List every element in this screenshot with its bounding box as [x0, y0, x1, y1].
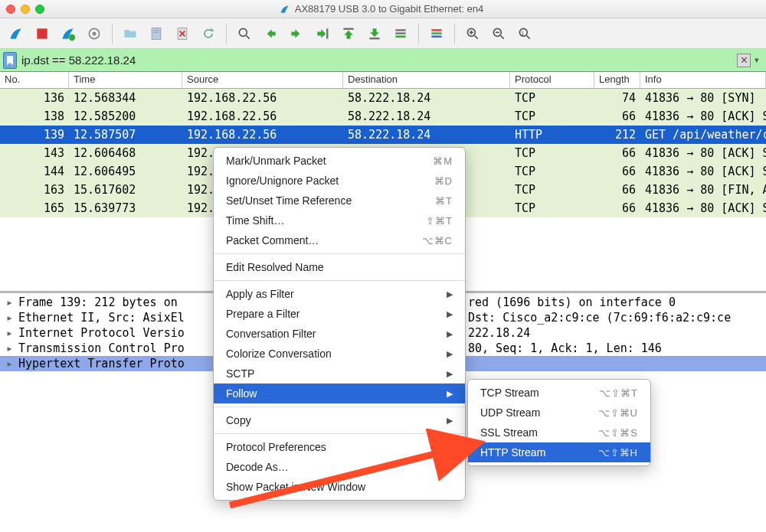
window-title: AX88179 USB 3.0 to Gigabit Ethernet: en4	[44, 3, 719, 15]
menu-item[interactable]: Decode As…	[214, 457, 465, 477]
start-capture-button[interactable]	[5, 22, 28, 45]
save-file-button[interactable]	[145, 22, 168, 45]
svg-point-1	[69, 34, 75, 40]
go-first-button[interactable]	[337, 22, 360, 45]
packet-list-header: No. Time Source Destination Protocol Len…	[0, 72, 766, 89]
packet-row[interactable]: 13912.587507192.168.22.5658.222.18.24HTT…	[0, 126, 766, 144]
svg-line-20	[475, 35, 478, 38]
menu-item[interactable]: Mark/Unmark Packet⌘M	[214, 151, 465, 171]
svg-line-9	[247, 35, 250, 38]
go-last-button[interactable]	[363, 22, 386, 45]
menu-item[interactable]: SCTP▶	[214, 364, 465, 383]
open-file-button[interactable]	[119, 22, 142, 45]
reload-button[interactable]	[197, 22, 220, 45]
col-info[interactable]: Info	[640, 72, 766, 88]
svg-rect-13	[395, 29, 405, 31]
svg-text:1: 1	[521, 29, 524, 36]
expand-icon[interactable]: ▸	[6, 357, 14, 370]
context-menu: Mark/Unmark Packet⌘MIgnore/Unignore Pack…	[213, 147, 466, 501]
wireshark-icon	[280, 4, 290, 15]
close-file-button[interactable]	[171, 22, 194, 45]
main-toolbar: 1	[0, 18, 766, 49]
restart-capture-button[interactable]	[57, 22, 80, 45]
zoom-window-button[interactable]	[35, 5, 44, 14]
menu-item[interactable]: Copy▶	[214, 410, 465, 430]
menu-item[interactable]: Protocol Preferences▶	[214, 437, 465, 457]
svg-rect-12	[369, 38, 379, 40]
zoom-reset-button[interactable]: 1	[513, 22, 536, 45]
svg-rect-15	[395, 35, 405, 38]
zoom-in-button[interactable]	[461, 22, 484, 45]
menu-item[interactable]: Show Packet in New Window	[214, 477, 465, 497]
svg-rect-0	[37, 28, 47, 38]
menu-item[interactable]: Ignore/Unignore Packet⌘D	[214, 171, 465, 191]
find-packet-button[interactable]	[233, 22, 256, 45]
go-forward-button[interactable]	[285, 22, 308, 45]
col-destination[interactable]: Destination	[343, 72, 510, 88]
col-protocol[interactable]: Protocol	[510, 72, 594, 88]
packet-row[interactable]: 13612.568344192.168.22.5658.222.18.24TCP…	[0, 89, 766, 107]
col-length[interactable]: Length	[594, 72, 640, 88]
svg-point-3	[93, 31, 97, 35]
col-source[interactable]: Source	[182, 72, 343, 88]
svg-rect-14	[395, 32, 405, 34]
menu-item[interactable]: Conversation Filter▶	[214, 324, 465, 344]
stop-capture-button[interactable]	[31, 22, 54, 45]
filter-dropdown-icon[interactable]: ▾	[751, 55, 763, 65]
submenu-item[interactable]: HTTP Stream⌥⇧⌘H	[468, 442, 650, 462]
svg-line-27	[527, 35, 530, 38]
col-time[interactable]: Time	[69, 72, 182, 88]
menu-item[interactable]: Edit Resolved Name	[214, 257, 465, 277]
svg-point-8	[239, 28, 247, 36]
display-filter-bar: ✕ ▾	[0, 49, 766, 72]
minimize-window-button[interactable]	[21, 5, 30, 14]
window-controls	[6, 5, 44, 14]
submenu-item[interactable]: TCP Stream⌥⇧⌘T	[468, 383, 650, 403]
expand-icon[interactable]: ▸	[6, 341, 14, 355]
menu-item[interactable]: Packet Comment…⌥⌘C	[214, 230, 465, 250]
svg-rect-16	[431, 29, 441, 31]
close-window-button[interactable]	[6, 5, 15, 14]
svg-rect-11	[343, 28, 353, 30]
auto-scroll-button[interactable]	[389, 22, 412, 45]
colorize-button[interactable]	[425, 22, 448, 45]
zoom-out-button[interactable]	[487, 22, 510, 45]
svg-rect-4	[152, 28, 161, 39]
menu-item[interactable]: Set/Unset Time Reference⌘T	[214, 191, 465, 211]
svg-rect-18	[431, 35, 441, 38]
expand-icon[interactable]: ▸	[6, 326, 14, 340]
clear-filter-button[interactable]: ✕	[737, 54, 751, 67]
menu-item[interactable]: Apply as Filter▶	[214, 284, 465, 304]
bookmark-icon[interactable]	[3, 52, 17, 69]
expand-icon[interactable]: ▸	[6, 311, 14, 325]
svg-rect-10	[326, 28, 329, 38]
go-back-button[interactable]	[259, 22, 282, 45]
svg-line-24	[501, 35, 504, 38]
expand-icon[interactable]: ▸	[6, 295, 14, 309]
menu-item[interactable]: Prepare a Filter▶	[214, 304, 465, 324]
follow-submenu: TCP Stream⌥⇧⌘TUDP Stream⌥⇧⌘USSL Stream⌥⇧…	[467, 379, 651, 466]
packet-row[interactable]: 13812.585200192.168.22.5658.222.18.24TCP…	[0, 107, 766, 126]
menu-item[interactable]: Colorize Conversation▶	[214, 344, 465, 364]
col-no[interactable]: No.	[0, 72, 69, 88]
menu-item[interactable]: Time Shift…⇧⌘T	[214, 211, 465, 230]
capture-options-button[interactable]	[83, 22, 106, 45]
svg-rect-17	[431, 32, 441, 34]
display-filter-input[interactable]	[21, 54, 734, 67]
titlebar: AX88179 USB 3.0 to Gigabit Ethernet: en4	[0, 0, 766, 18]
submenu-item[interactable]: UDP Stream⌥⇧⌘U	[468, 403, 650, 423]
submenu-item[interactable]: SSL Stream⌥⇧⌘S	[468, 423, 650, 442]
menu-item[interactable]: Follow▶	[214, 383, 465, 403]
go-to-packet-button[interactable]	[311, 22, 334, 45]
